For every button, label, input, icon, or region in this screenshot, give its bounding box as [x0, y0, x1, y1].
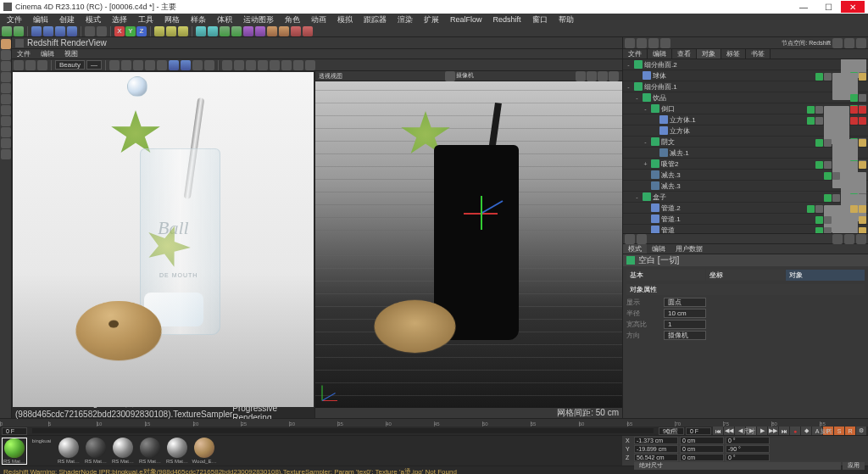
object-tag[interactable] — [832, 227, 858, 233]
tree-expand-icon[interactable] — [633, 72, 641, 80]
scale-tool-icon[interactable] — [55, 26, 65, 36]
rv-aov-dropdown[interactable]: Beauty — [55, 60, 85, 70]
close-button[interactable]: ✕ — [841, 1, 865, 13]
vp-tab-persp[interactable]: 透视视图 — [319, 72, 342, 81]
spline-icon[interactable] — [208, 26, 218, 36]
object-tag[interactable] — [807, 106, 815, 114]
light-icon[interactable] — [267, 26, 277, 36]
r-tool-icon[interactable] — [844, 38, 854, 48]
rv-tool-icon[interactable] — [169, 60, 179, 70]
select-tool-icon[interactable] — [31, 26, 42, 36]
material-slot[interactable]: RS Mat… — [56, 438, 81, 465]
render-icon[interactable] — [154, 26, 164, 36]
menu-扩展[interactable]: 扩展 — [419, 14, 444, 25]
attr-tool-icon[interactable] — [856, 234, 866, 244]
tool-icon[interactable] — [97, 26, 107, 36]
menu-Redshift[interactable]: Redshift — [488, 15, 526, 24]
undo-icon[interactable] — [2, 26, 12, 36]
rv-tool-icon[interactable] — [281, 60, 292, 70]
axis-y-button[interactable]: Y — [125, 26, 136, 36]
tree-row[interactable]: 减去.1 — [623, 148, 868, 159]
tree-row[interactable]: -细分曲面.2 — [623, 59, 868, 70]
attr-tab-mode[interactable]: 模式 — [623, 244, 647, 254]
material-slot[interactable]: RS Mat… — [2, 438, 27, 465]
redshift-icon[interactable] — [303, 26, 313, 36]
menu-RealFlow[interactable]: RealFlow — [445, 15, 487, 24]
rv-stop-icon[interactable] — [25, 60, 36, 70]
rv-refresh-icon[interactable] — [37, 60, 47, 70]
generator-icon[interactable] — [220, 26, 230, 36]
tree-expand-icon[interactable]: - — [642, 138, 649, 146]
vp-nav-icon[interactable] — [609, 71, 619, 81]
field-icon[interactable] — [243, 26, 253, 36]
menu-文件[interactable]: 文件 — [2, 14, 27, 25]
rv-tool-icon[interactable] — [204, 60, 214, 70]
menu-动画[interactable]: 动画 — [306, 14, 331, 25]
snap3-icon[interactable] — [1, 149, 11, 159]
render-image[interactable]: Ball DE MOUTH — [13, 72, 314, 407]
material-slot[interactable]: RS Mat… — [164, 438, 190, 465]
object-tag[interactable] — [815, 73, 823, 81]
tl-start-field[interactable]: 0 F — [2, 427, 27, 435]
vp-nav-icon[interactable] — [598, 71, 608, 81]
tree-row[interactable]: 立方体 — [623, 125, 868, 137]
tool-icon[interactable] — [85, 26, 95, 36]
tree-expand-icon[interactable]: - — [633, 193, 641, 201]
r-tool-icon[interactable] — [660, 38, 670, 48]
menu-体积[interactable]: 体积 — [212, 14, 237, 25]
point-mode-icon[interactable] — [1, 72, 11, 82]
object-tag[interactable] — [859, 161, 866, 169]
deformer-icon[interactable] — [231, 26, 242, 36]
object-tag[interactable] — [824, 161, 832, 169]
object-tag[interactable] — [824, 194, 832, 202]
object-tag[interactable] — [850, 117, 858, 125]
edge-mode-icon[interactable] — [1, 83, 11, 93]
tree-expand-icon[interactable] — [642, 215, 649, 223]
menu-工具[interactable]: 工具 — [133, 14, 159, 25]
tree-expand-icon[interactable] — [650, 127, 658, 135]
object-tag[interactable] — [815, 117, 823, 125]
material-manager[interactable]: RS Mat…bingkuaiRS Mat…RS Mat…RS Mat…RS M… — [0, 435, 622, 466]
object-label[interactable]: 盒子 — [653, 192, 850, 202]
mograph-icon[interactable] — [255, 26, 265, 36]
material-slot[interactable]: RS Mat… — [83, 438, 108, 465]
axis-mode-icon[interactable] — [1, 61, 11, 71]
object-tag[interactable] — [850, 205, 858, 213]
vp-camera-icon[interactable] — [445, 71, 455, 81]
coord-mode-dropdown[interactable]: 绝对尺寸 — [634, 462, 841, 470]
maximize-button[interactable]: ☐ — [816, 1, 840, 13]
tree-expand-icon[interactable]: + — [642, 160, 649, 168]
menu-角色[interactable]: 角色 — [280, 14, 305, 25]
coord-size-field[interactable]: 0 cm — [680, 445, 724, 453]
object-label[interactable]: 立方体 — [670, 126, 807, 136]
move-gizmo[interactable] — [464, 192, 506, 234]
attr-value-field[interactable]: 10 cm — [664, 309, 706, 318]
rv-tool-icon[interactable] — [145, 60, 155, 70]
attr-section-coord[interactable]: 坐标 — [706, 270, 785, 281]
object-tag[interactable] — [824, 216, 832, 224]
menu-窗口[interactable]: 窗口 — [527, 14, 553, 25]
rv-tab-view[interactable]: 视图 — [61, 49, 81, 59]
tree-row[interactable]: 减去.3 — [623, 181, 868, 192]
object-tag[interactable] — [850, 94, 858, 102]
object-label[interactable]: 管道.2 — [661, 204, 824, 213]
menu-跟踪器[interactable]: 跟踪器 — [359, 14, 392, 25]
object-label[interactable]: 饮品 — [653, 93, 850, 103]
attr-tab-edit[interactable]: 编辑 — [647, 244, 670, 254]
rv-tab-file[interactable]: 文件 — [14, 49, 34, 59]
rv-play-icon[interactable] — [14, 60, 24, 70]
r-tool-icon[interactable] — [832, 38, 843, 48]
redo-icon[interactable] — [14, 26, 24, 36]
tree-row[interactable]: -细分曲面.1 — [623, 81, 868, 92]
om-tab[interactable]: 对象 — [697, 49, 721, 59]
axis-x-button[interactable]: X — [114, 26, 125, 36]
snap2-icon[interactable] — [1, 138, 11, 148]
object-tag[interactable] — [859, 227, 866, 233]
object-tag[interactable] — [832, 194, 840, 202]
attr-section-basic[interactable]: 基本 — [626, 270, 705, 281]
tree-expand-icon[interactable]: - — [625, 83, 632, 91]
tree-expand-icon[interactable]: - — [642, 105, 649, 113]
rotate-tool-icon[interactable] — [67, 26, 77, 36]
coord-rot-field[interactable]: 0 ° — [726, 454, 770, 461]
object-label[interactable]: 立方体.1 — [670, 115, 807, 125]
